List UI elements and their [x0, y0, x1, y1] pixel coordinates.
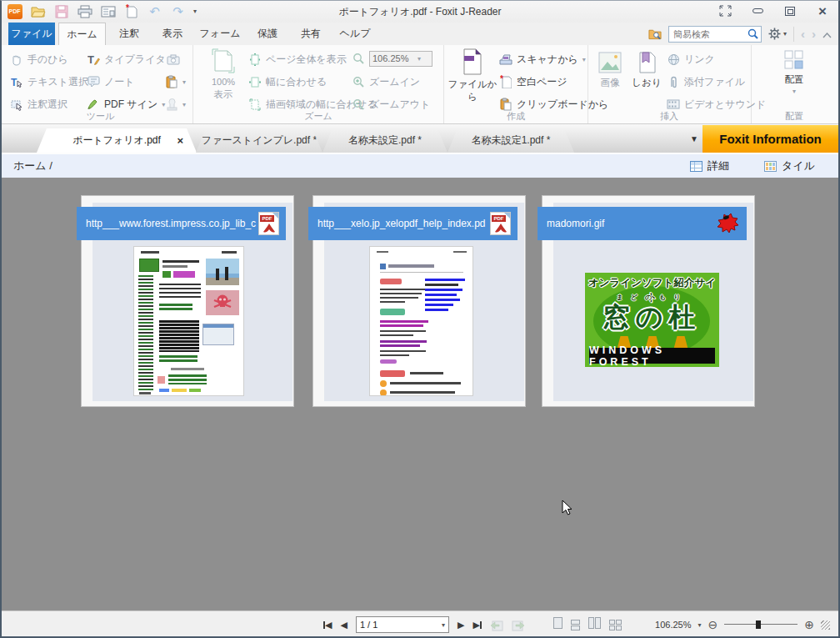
breadcrumb[interactable]: ホーム / [13, 154, 52, 178]
tab-close-icon[interactable]: × [177, 134, 183, 147]
find-previous-icon[interactable]: ‹ [801, 28, 805, 40]
view-details-button[interactable]: 詳細 [690, 158, 729, 173]
fit-page-icon [248, 53, 262, 66]
search-icon[interactable] [748, 28, 758, 39]
typewriter-button[interactable]: T タイプライタ [87, 48, 166, 70]
print-icon[interactable] [77, 3, 92, 19]
note-icon [87, 75, 100, 88]
view-tile-button[interactable]: タイル [764, 158, 815, 173]
next-page-button[interactable]: ▶ [458, 620, 464, 630]
quick-search-box[interactable] [668, 26, 762, 43]
last-page-button[interactable]: ▶ [472, 620, 481, 630]
tab-share[interactable]: 共有 [291, 23, 331, 45]
open-file-icon[interactable] [30, 3, 46, 19]
zoom-in-button[interactable]: ズームイン [352, 71, 420, 93]
note-button[interactable]: ノート [87, 71, 135, 93]
restore-button[interactable] [781, 3, 799, 19]
fit-page-button[interactable]: ページ全体を表示 [248, 48, 347, 70]
status-bar: ◀ ◀ ▾ ▶ ▶ 106.25% ▾ ⊖ ⊕ [2, 610, 838, 638]
doc-tab-untitled[interactable]: 名称未設定.pdf * [322, 128, 448, 153]
view-100-button[interactable]: 100% 表示 [200, 48, 247, 101]
stamp-caret-icon: ▾ [182, 101, 186, 108]
tab-form[interactable]: フォーム [196, 23, 244, 45]
status-zoom-value[interactable]: 106.25% [655, 620, 691, 630]
blank-page-icon: * [499, 75, 512, 88]
continuous-layout-icon[interactable] [571, 620, 580, 630]
ribbon-group-insert: 画像 しおり リンク 添付ファイル ビデオとサウンド 挿入 [588, 45, 752, 123]
app-logo-icon[interactable]: PDF [7, 3, 22, 19]
text-select-button[interactable]: T テキスト選択 [10, 71, 88, 93]
tab-view[interactable]: 表示 [152, 23, 192, 45]
facing-layout-icon[interactable] [588, 617, 601, 632]
continuous-facing-layout-icon[interactable] [609, 620, 622, 630]
tab-home[interactable]: ホーム [58, 23, 106, 45]
fit-width-button[interactable]: 幅に合わせる [248, 71, 327, 93]
tile-icon [764, 161, 777, 172]
zoom-value-input[interactable] [372, 53, 418, 63]
settings-menu[interactable]: ▾ [768, 28, 787, 40]
text-select-icon: T [10, 75, 23, 88]
ribbon-home: 手のひら T テキスト選択 注釈選択 T タイプライタ ノート PDF サイン [2, 45, 838, 124]
pdf-file-icon: PDF [490, 212, 511, 235]
page-number-input[interactable] [360, 620, 442, 630]
gear-caret-icon: ▾ [783, 30, 787, 38]
card-title-bar[interactable]: http___xelo.jp_xelopdf_help_index.pd PDF [308, 207, 518, 240]
new-document-icon[interactable]: * [123, 3, 139, 19]
insert-attachment-button[interactable]: 添付ファイル [667, 71, 745, 93]
email-icon[interactable] [100, 3, 116, 19]
create-from-scanner-button[interactable]: スキャナから ▾ [499, 48, 586, 70]
snapshot-button[interactable] [167, 48, 180, 70]
window-controls: × [716, 3, 832, 19]
insert-bookmark-button[interactable]: しおり [630, 52, 663, 89]
zoom-out-icon [352, 98, 365, 111]
portfolio-item-xelo[interactable]: http___xelo.jp_xelopdf_help_index.pd PDF [308, 195, 527, 407]
tab-protect[interactable]: 保護 [248, 23, 288, 45]
zoom-combo[interactable]: ▾ [352, 48, 432, 69]
save-icon[interactable] [53, 3, 69, 19]
fullscreen-button[interactable] [716, 3, 734, 19]
minimize-button[interactable] [748, 3, 767, 19]
zoom-slider-thumb[interactable] [756, 620, 761, 629]
tab-help[interactable]: ヘルプ [334, 23, 376, 45]
insert-image-button[interactable]: 画像 [593, 52, 627, 89]
zoom-out-circle-icon[interactable]: ⊖ [708, 619, 718, 630]
foxit-information-button[interactable]: Foxit Information [702, 125, 838, 153]
hand-tool-button[interactable]: 手のひら [10, 48, 68, 70]
create-from-file-button[interactable]: ファイルから [448, 48, 498, 103]
close-button[interactable]: × [813, 3, 832, 19]
previous-view-icon[interactable] [490, 618, 503, 631]
resize-grip[interactable] [821, 620, 830, 630]
zoom-slider[interactable] [724, 620, 798, 630]
card-title-bar[interactable]: http___www.forest.impress.co.jp_lib_c PD… [77, 207, 286, 240]
redo-icon[interactable]: ↷ [170, 3, 186, 19]
tab-comment[interactable]: 注釈 [109, 23, 149, 45]
previous-page-button[interactable]: ◀ [340, 620, 347, 630]
tab-file[interactable]: ファイル [8, 23, 55, 45]
card-title-bar[interactable]: madomori.gif [538, 207, 747, 240]
hand-icon [10, 53, 23, 66]
insert-link-button[interactable]: リンク [667, 48, 715, 70]
tab-list-caret-icon[interactable]: ▼ [690, 134, 698, 143]
attachment-icon [667, 75, 680, 88]
status-zoom-caret-icon[interactable]: ▾ [698, 621, 702, 629]
doc-tab-portfolio[interactable]: ポートフォリオ.pdf × [37, 128, 197, 153]
search-input[interactable] [673, 29, 748, 39]
find-next-icon[interactable]: › [812, 28, 816, 40]
create-blank-page-button[interactable]: * 空白ページ [499, 71, 568, 93]
paste-button[interactable]: ▾ [165, 71, 186, 93]
undo-icon[interactable]: ↶ [147, 3, 162, 19]
collapse-ribbon-icon[interactable] [822, 27, 832, 42]
single-page-layout-icon[interactable] [553, 617, 562, 632]
next-view-icon[interactable] [512, 618, 525, 631]
first-page-button[interactable]: ◀ [323, 620, 332, 630]
fit-visible-icon [248, 98, 262, 111]
search-folder-icon[interactable] [648, 28, 662, 41]
portfolio-item-madomori[interactable]: オンラインソフト紹介サイト まどのもり 窓の杜 WINDOWS FOREST m… [538, 195, 756, 407]
arrange-button[interactable]: 配置 ▾ [776, 50, 812, 95]
page-number-combo[interactable]: ▾ [356, 616, 449, 633]
quick-access-caret-icon[interactable]: ▾ [193, 8, 197, 15]
doc-tab-firstimpre[interactable]: ファーストインプレ.pdf * [196, 128, 322, 153]
doc-tab-untitled1[interactable]: 名称未設定1.pdf * [448, 128, 574, 153]
zoom-in-circle-icon[interactable]: ⊕ [804, 619, 814, 630]
portfolio-item-forest[interactable]: http___www.forest.impress.co.jp_lib_c PD… [77, 195, 295, 407]
